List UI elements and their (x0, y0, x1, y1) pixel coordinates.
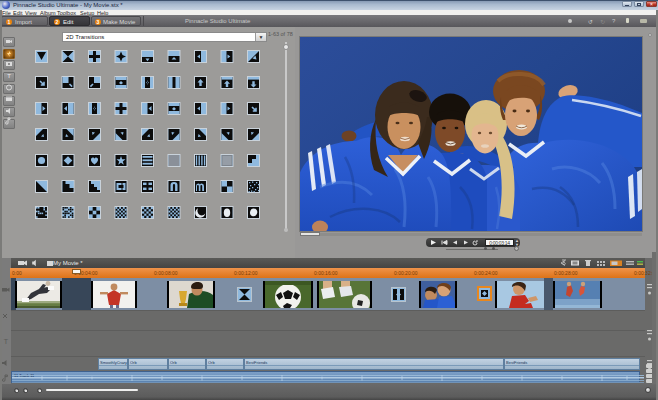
svg-text:T: T (4, 338, 9, 345)
